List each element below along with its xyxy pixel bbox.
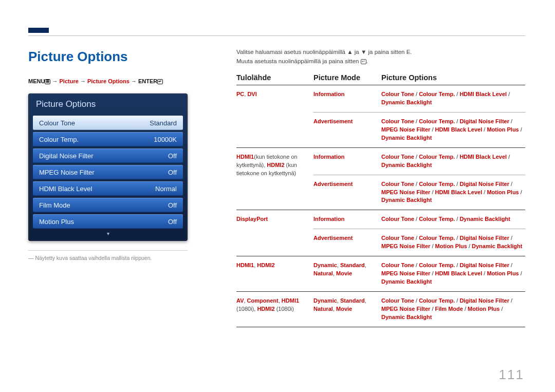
osd-row-value: Off <box>168 218 177 226</box>
subcol: InformationColour Tone / Colour Temp. / … <box>313 148 525 210</box>
osd-row[interactable]: Colour ToneStandard <box>33 116 183 130</box>
osd-row-value: Standard <box>150 119 177 127</box>
subcol: Dynamic, Standard, Natural, MovieColour … <box>313 256 525 291</box>
osd-scroll-down-icon: ▾ <box>29 231 187 236</box>
bc-picture-options: Picture Options <box>87 78 130 84</box>
cell-mode: Dynamic, Standard, Natural, Movie <box>313 297 381 322</box>
table-row: HDMI1, HDMI2Dynamic, Standard, Natural, … <box>236 256 525 292</box>
down-arrow-icon: ▼ <box>361 49 366 55</box>
bc-arrow-1: → <box>52 78 59 84</box>
table-row: AV, Component, HDMI1 (1080i), HDMI2 (108… <box>236 292 525 327</box>
osd-row[interactable]: MPEG Noise FilterOff <box>33 165 183 179</box>
osd-panel: Picture Options Colour ToneStandardColou… <box>28 94 188 241</box>
osd-row[interactable]: Motion PlusOff <box>33 214 183 229</box>
bc-menu: MENU <box>28 78 45 84</box>
cell-mode: Information <box>313 215 381 223</box>
cell-options: Colour Tone / Colour Temp. / Digital Noi… <box>381 234 525 251</box>
cell-source: DisplayPort <box>236 210 313 256</box>
th-options: Picture Options <box>381 73 525 82</box>
cell-options: Colour Tone / Colour Temp. / Digital Noi… <box>381 118 525 142</box>
up-arrow-icon: ▲ <box>347 49 353 55</box>
table-row: PC, DVIInformationColour Tone / Colour T… <box>236 85 525 148</box>
th-source: Tulolähde <box>236 73 313 82</box>
instr1-c: ja <box>353 49 361 55</box>
osd-row-value: Off <box>168 169 177 176</box>
osd-row[interactable]: Film ModeOff <box>33 198 183 212</box>
cell-options: Colour Tone / Colour Temp. / HDMI Black … <box>381 90 525 107</box>
table-body: PC, DVIInformationColour Tone / Colour T… <box>236 85 525 327</box>
th-mode: Picture Mode <box>313 73 381 82</box>
cell-options: Colour Tone / Colour Temp. / Digital Noi… <box>381 262 525 286</box>
cell-mode: Information <box>313 90 381 107</box>
osd-row-label: HDMI Black Level <box>39 185 92 193</box>
breadcrumb: MENU𝌆 → Picture → Picture Options → ENTE… <box>28 78 216 84</box>
top-rule <box>28 35 525 36</box>
cell-source: PC, DVI <box>236 85 313 147</box>
table-row: HDMI1(kun tietokone on kytkettynä), HDMI… <box>236 148 525 211</box>
sub-row: InformationColour Tone / Colour Temp. / … <box>313 85 525 113</box>
osd-row-value: Off <box>168 152 177 160</box>
sub-row: Dynamic, Standard, Natural, MovieColour … <box>313 256 525 291</box>
bc-arrow-2: → <box>80 78 87 84</box>
cell-mode: Dynamic, Standard, Natural, Movie <box>313 262 381 286</box>
cell-options: Colour Tone / Colour Temp. / Digital Noi… <box>381 297 525 322</box>
instr1-e: ja paina sitten E. <box>366 49 412 55</box>
menu-icon: 𝌆 <box>45 79 50 84</box>
osd-row[interactable]: HDMI Black LevelNormal <box>33 181 183 196</box>
instr2-c: . <box>366 58 368 64</box>
osd-rows: Colour ToneStandardColour Temp.10000KDig… <box>29 116 187 229</box>
osd-row-value: Normal <box>155 185 177 193</box>
cell-mode: Advertisement <box>313 118 381 142</box>
cell-options: Colour Tone / Colour Temp. / Dynamic Bac… <box>381 215 525 223</box>
osd-row[interactable]: Colour Temp.10000K <box>33 132 183 146</box>
instr1-a: Valitse haluamasi asetus nuolinäppäimill… <box>236 49 347 55</box>
instr2-a: Muuta asetusta nuolinäppäimillä ja paina… <box>236 58 361 64</box>
osd-row-value: Off <box>168 201 177 209</box>
cell-mode: Advertisement <box>313 234 381 251</box>
cell-mode: Information <box>313 153 381 170</box>
subcol: Dynamic, Standard, Natural, MovieColour … <box>313 292 525 327</box>
osd-row-label: Motion Plus <box>39 218 74 226</box>
subcol: InformationColour Tone / Colour Temp. / … <box>313 210 525 256</box>
table-row: DisplayPortInformationColour Tone / Colo… <box>236 210 525 256</box>
sub-row: AdvertisementColour Tone / Colour Temp. … <box>313 229 525 256</box>
cell-source: HDMI1, HDMI2 <box>236 256 313 291</box>
osd-row-label: Digital Noise Filter <box>39 152 93 160</box>
sub-row: InformationColour Tone / Colour Temp. / … <box>313 210 525 229</box>
page-title: Picture Options <box>28 49 216 65</box>
osd-row-value: 10000K <box>154 136 177 143</box>
instruction-line-1: Valitse haluamasi asetus nuolinäppäimill… <box>236 49 525 55</box>
cell-options: Colour Tone / Colour Temp. / HDMI Black … <box>381 153 525 170</box>
osd-row[interactable]: Digital Noise FilterOff <box>33 148 183 163</box>
osd-row-label: Film Mode <box>39 201 70 209</box>
instruction-line-2: Muuta asetusta nuolinäppäimillä ja paina… <box>236 58 525 64</box>
cell-source: HDMI1(kun tietokone on kytkettynä), HDMI… <box>236 148 313 210</box>
osd-title: Picture Options <box>29 94 187 114</box>
osd-row-label: Colour Tone <box>39 119 75 127</box>
table-header: Tulolähde Picture Mode Picture Options <box>236 73 525 85</box>
cell-options: Colour Tone / Colour Temp. / Digital Noi… <box>381 180 525 205</box>
sub-row: InformationColour Tone / Colour Temp. / … <box>313 148 525 175</box>
enter-icon: ↵ <box>157 79 163 84</box>
osd-row-label: Colour Temp. <box>39 136 79 143</box>
page-number: 111 <box>499 367 524 383</box>
right-column: Valitse haluamasi asetus nuolinäppäimill… <box>236 49 525 327</box>
sub-row: AdvertisementColour Tone / Colour Temp. … <box>313 175 525 210</box>
osd-row-label: MPEG Noise Filter <box>39 169 95 176</box>
bc-picture: Picture <box>60 78 79 84</box>
left-column: Picture Options MENU𝌆 → Picture → Pictur… <box>28 49 216 327</box>
subcol: InformationColour Tone / Colour Temp. / … <box>313 85 525 147</box>
enter-icon-2: ↵ <box>361 59 366 64</box>
footnote: ― Näytetty kuva saattaa vaihdella mallis… <box>28 255 216 261</box>
bc-arrow-3: → <box>131 78 138 84</box>
cell-mode: Advertisement <box>313 180 381 205</box>
footnote-divider <box>28 250 188 251</box>
accent-bar <box>28 28 49 33</box>
cell-source: AV, Component, HDMI1 (1080i), HDMI2 (108… <box>236 292 313 327</box>
page-content: Picture Options MENU𝌆 → Picture → Pictur… <box>28 49 525 327</box>
sub-row: Dynamic, Standard, Natural, MovieColour … <box>313 292 525 327</box>
sub-row: AdvertisementColour Tone / Colour Temp. … <box>313 113 525 147</box>
bc-enter: ENTER <box>138 78 157 84</box>
